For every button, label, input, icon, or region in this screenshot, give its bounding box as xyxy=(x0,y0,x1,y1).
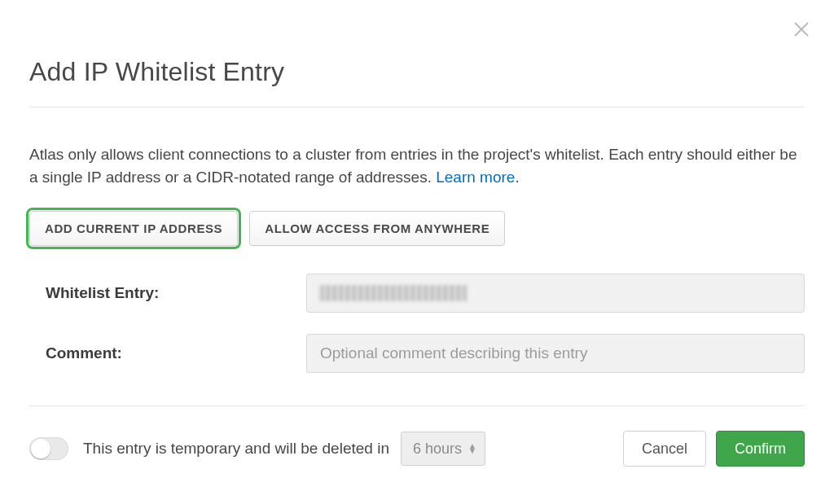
comment-label: Comment: xyxy=(46,344,306,362)
whitelist-entry-label: Whitelist Entry: xyxy=(46,284,306,302)
duration-selected-value: 6 hours xyxy=(413,440,462,458)
divider xyxy=(29,405,805,406)
toggle-knob xyxy=(31,439,50,458)
modal-description: Atlas only allows client connections to … xyxy=(29,143,805,188)
divider xyxy=(29,107,805,107)
close-icon[interactable] xyxy=(792,20,811,39)
redacted-ip-value xyxy=(320,285,467,301)
temporary-toggle[interactable] xyxy=(29,437,68,460)
modal-title: Add IP Whitelist Entry xyxy=(29,57,805,87)
comment-input[interactable] xyxy=(306,334,805,373)
modal-footer: This entry is temporary and will be dele… xyxy=(29,431,805,467)
temporary-text: This entry is temporary and will be dele… xyxy=(83,440,389,458)
whitelist-modal: Add IP Whitelist Entry Atlas only allows… xyxy=(0,0,834,504)
description-text: Atlas only allows client connections to … xyxy=(29,146,797,186)
allow-anywhere-button[interactable]: ALLOW ACCESS FROM ANYWHERE xyxy=(249,211,505,246)
add-current-ip-button[interactable]: ADD CURRENT IP ADDRESS xyxy=(29,211,238,246)
sort-caret-icon: ▲▼ xyxy=(468,444,476,454)
duration-select[interactable]: 6 hours ▲▼ xyxy=(401,432,485,466)
whitelist-entry-input[interactable] xyxy=(306,274,805,313)
cancel-button[interactable]: Cancel xyxy=(623,431,706,467)
confirm-button[interactable]: Confirm xyxy=(716,431,805,467)
whitelist-entry-row: Whitelist Entry: xyxy=(46,274,805,313)
form-block: Whitelist Entry: Comment: xyxy=(29,274,805,373)
comment-row: Comment: xyxy=(46,334,805,373)
preset-button-row: ADD CURRENT IP ADDRESS ALLOW ACCESS FROM… xyxy=(29,211,805,246)
learn-more-link[interactable]: Learn more xyxy=(436,169,515,186)
